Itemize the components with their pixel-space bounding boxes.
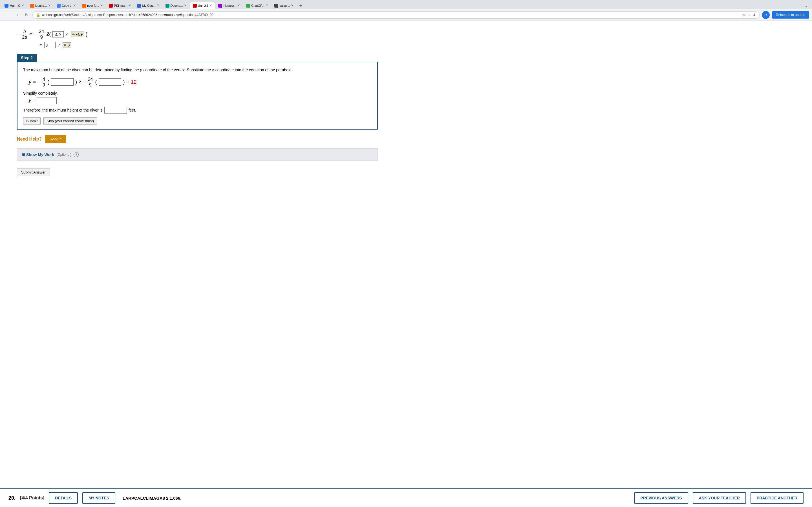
pencil-icon-2: ✏ xyxy=(64,43,67,47)
read-it-button[interactable]: Read It xyxy=(45,135,66,143)
tab-copy[interactable]: Copy ol ✕ xyxy=(54,2,79,9)
tab-label-chatg: ChatGP... xyxy=(251,4,264,7)
y-value-input[interactable] xyxy=(37,97,57,104)
y-var: y xyxy=(29,79,31,85)
tab-close-unit2[interactable]: ✕ xyxy=(209,4,212,7)
input-icon-3[interactable]: ✏ 3 xyxy=(63,42,71,48)
tab-jesuitd[interactable]: jesuitd... ✕ xyxy=(28,2,53,9)
tab-chatg[interactable]: ChatGP... ✕ xyxy=(243,2,271,9)
therefore-line: Therefore, the maximum height of the div… xyxy=(23,107,371,114)
tab-close-jesuitd[interactable]: ✕ xyxy=(48,4,50,7)
plus-icon: ⊞ xyxy=(22,152,25,157)
download-icon[interactable]: ⬇ xyxy=(753,13,756,17)
star-icon[interactable]: ☆ xyxy=(742,13,746,17)
step2-box: The maximum height of the diver can be d… xyxy=(17,62,378,129)
reload-button[interactable]: ↻ xyxy=(23,11,30,19)
tab-close-copy[interactable]: ✕ xyxy=(73,4,76,7)
tab-label-mycou: My Cou... xyxy=(142,4,155,7)
tab-pehma[interactable]: PEHma... ✕ xyxy=(106,2,134,9)
new-tab-button[interactable]: + xyxy=(297,2,304,9)
tab-label-copy: Copy ol xyxy=(62,4,72,7)
input-icon-neg49-1[interactable]: ✏ -4/9 xyxy=(71,32,84,37)
pencil-icon-1: ✏ xyxy=(72,33,75,36)
tab-label-pehma: PEHma... xyxy=(114,4,127,7)
tab-close-mail[interactable]: ✕ xyxy=(21,4,24,7)
tab-mail[interactable]: Mail - C ✕ xyxy=(2,2,27,9)
therefore-prefix: Therefore, the maximum height of the div… xyxy=(23,108,103,112)
tab-homew[interactable]: Homew... ✕ xyxy=(215,2,243,9)
simplify-label: Simplify completely. xyxy=(23,91,371,96)
frac-2a: 2a xyxy=(22,34,28,40)
inner-open-paren: 2( xyxy=(46,31,51,37)
close-paren-2: ) xyxy=(123,79,125,86)
step2-container: Step 2 The maximum height of the diver c… xyxy=(17,54,378,129)
x-coord-label: x xyxy=(212,68,214,72)
neg-b-over-2a: − xyxy=(17,31,20,37)
help-icon[interactable]: ? xyxy=(73,152,79,157)
step2-description: The maximum height of the diver can be d… xyxy=(23,67,371,73)
tab-favicon-new-fo xyxy=(82,4,86,8)
frac-den-9: 9 xyxy=(40,34,43,40)
tab-close-calcul[interactable]: ✕ xyxy=(291,4,294,7)
tab-new-fo[interactable]: new-fo... ✕ xyxy=(79,2,105,9)
feet-label: feet. xyxy=(129,108,136,112)
eq-sign: = − xyxy=(33,79,40,85)
need-help-section: Need Help? Read It xyxy=(17,135,378,143)
show-work-toggle[interactable]: ⊞ Show My Work xyxy=(22,152,54,157)
browser-chrome: Mail - C ✕ jesuitd... ✕ Copy ol ✕ new-fo… xyxy=(0,0,812,21)
tab-favicon-calcul xyxy=(274,4,278,8)
input-val-neg49-1: -4/9 xyxy=(76,32,83,37)
frac-num-24: 24 xyxy=(38,29,45,34)
optional-label: (Optional) xyxy=(56,153,71,157)
submit-button[interactable]: Submit xyxy=(23,117,41,124)
plus-sign: + xyxy=(83,79,86,85)
tab-close-pehma[interactable]: ✕ xyxy=(128,4,131,7)
max-height-input[interactable] xyxy=(104,107,127,114)
y-coord-label: y xyxy=(140,68,142,72)
tab-label-mail: Mail - C xyxy=(10,4,20,7)
forward-button[interactable]: → xyxy=(13,11,21,18)
tab-mycou[interactable]: My Cou... ✕ xyxy=(134,2,162,9)
x-coord-input-1[interactable] xyxy=(51,78,73,86)
math-line-2: = 3 ✓ ✏ 3 xyxy=(17,42,378,48)
tab-bar: Mail - C ✕ jesuitd... ✕ Copy ol ✕ new-fo… xyxy=(0,0,812,9)
tab-favicon-unit2 xyxy=(193,4,197,8)
tab-unit2[interactable]: Unit 2.1 ✕ xyxy=(190,2,215,9)
close-paren-1: ) xyxy=(75,79,77,86)
relaunch-button[interactable]: Relaunch to update xyxy=(772,11,809,18)
input-val-3: 3 xyxy=(68,43,70,47)
open-paren-2: ( xyxy=(95,79,97,86)
frac-num-4: 4 xyxy=(42,76,46,82)
user-avatar[interactable]: C xyxy=(762,11,770,19)
tab-label-jesuitd: jesuitd... xyxy=(35,4,47,7)
tab-calcul[interactable]: calcul... ✕ xyxy=(271,2,296,9)
tab-close-desmo[interactable]: ✕ xyxy=(184,4,187,7)
submit-answer-button[interactable]: Submit Answer xyxy=(17,168,50,176)
tab-close-homew[interactable]: ✕ xyxy=(238,4,240,7)
back-button[interactable]: ← xyxy=(3,11,11,18)
tab-favicon-homew xyxy=(218,4,222,8)
need-help-label: Need Help? xyxy=(17,136,42,142)
y-var-2: y xyxy=(29,98,31,103)
tab-close-new-fo[interactable]: ✕ xyxy=(100,4,103,7)
tab-label-desmo: Desmo... xyxy=(170,4,183,7)
address-bar[interactable]: 🔒 webassign.net/web/Student/Assignment-R… xyxy=(33,11,760,18)
tab-overflow-button[interactable]: ⌄ xyxy=(802,2,810,9)
lock-icon: 🔒 xyxy=(36,13,40,17)
tab-desmo[interactable]: Desmo... ✕ xyxy=(163,2,190,9)
address-text: webassign.net/web/Student/Assignment-Res… xyxy=(42,13,741,17)
tab-label-new-fo: new-fo... xyxy=(87,4,99,7)
tab-close-chatg[interactable]: ✕ xyxy=(266,4,268,7)
skip-button[interactable]: Skip (you cannot come back) xyxy=(43,117,97,124)
show-work-label: Show My Work xyxy=(26,152,54,157)
tab-close-mycou[interactable]: ✕ xyxy=(157,4,159,7)
x-coord-input-2[interactable] xyxy=(99,78,121,86)
tab-label-calcul: calcul... xyxy=(280,4,290,7)
check-mark-2: ✓ xyxy=(57,43,61,48)
plus-12-label: + 12 xyxy=(126,79,137,85)
extensions-icon[interactable]: ⊕ xyxy=(748,13,751,17)
math-line-1: − b 2a = − 24 9 2( -4/9 ✓ ✏ -4/9 ) xyxy=(17,29,378,40)
tab-favicon-chatg xyxy=(246,4,250,8)
tab-label-unit2: Unit 2.1 xyxy=(198,4,209,7)
tab-favicon-pehma xyxy=(109,4,113,8)
